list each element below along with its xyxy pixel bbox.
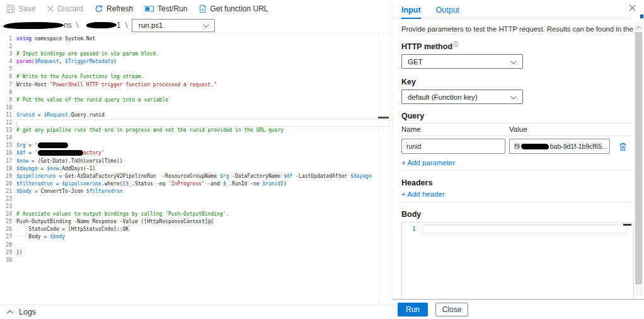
code-line: 5 [0,66,389,73]
query-name-header: Name [401,125,509,133]
tab-output[interactable]: Output [436,6,460,18]
breadcrumb-function-suffix: 1 [117,21,121,30]
code-line: 14 [0,134,389,142]
request-body-editor[interactable]: 1 [401,222,634,305]
breadcrumb: ns \ 1 \ run.ps1 [0,18,392,33]
redacted-function-name [86,22,117,28]
divider [401,136,634,136]
code-line: 21$body·=·ConvertTo-Json·$filteredrun [0,188,389,195]
test-run-panel: Input Output Provide parameters to test … [392,0,644,319]
code-line: 26····StatusCode·=·[HttpStatusCode]::OK [0,226,389,233]
panel-content: Provide parameters to test the HTTP requ… [393,19,644,305]
save-label: Save [18,4,35,13]
code-line: 24#·Associate·values·to·output·bindings·… [0,211,389,218]
code-line: 27····Body·=·$body [0,233,389,241]
code-editor[interactable]: 1using·namespace·System.Net23#·Input·bin… [0,34,389,304]
code-line: 18$dayago·=·$now.AddDays(-1) [0,165,389,173]
query-parameter-row: runid f9 bab-9d1f-1b9cf65... [401,139,634,154]
code-line: 29}) [0,249,389,257]
code-line: 15$rg·=·'aaaaaaaaaa [0,142,389,149]
discard-icon [47,5,54,13]
logs-label: Logs [19,308,36,316]
save-button[interactable]: Save [6,4,35,13]
http-method-dropdown[interactable]: GET [401,54,523,69]
get-url-icon [198,4,207,13]
editor-overview-ruler[interactable] [378,34,379,304]
breadcrumb-app-suffix: ns [64,21,72,30]
http-method-label: HTTP methodⓘ [401,40,634,51]
discard-button[interactable]: Discard [47,4,83,13]
query-table-header: Name Value [401,125,634,133]
scroll-up-icon[interactable] [635,23,643,32]
breadcrumb-separator: \ [76,21,78,30]
file-dropdown[interactable]: run.ps1 [132,19,215,32]
key-label: Key [401,78,634,86]
body-section-label: Body [401,210,634,219]
logs-expander[interactable]: Logs [0,304,392,319]
chevron-down-icon [203,21,209,29]
cursor-overview-mark [378,117,389,119]
body-cursor-overview-mark [623,224,631,226]
test-run-label: Test/Run [158,4,187,13]
code-line: 4param($Request,·$TriggerMetadata) [0,58,389,66]
refresh-button[interactable]: Refresh [95,4,133,13]
chevron-down-icon [510,93,517,101]
code-line: 3#·Input·bindings·are·passed·in·via·para… [0,50,389,58]
toolbar: Save Discard Refresh Test/Run Get functi… [0,0,392,18]
redacted-value [521,144,549,149]
scrollbar-thumb[interactable] [635,32,642,284]
divider [401,202,634,202]
delete-parameter-button[interactable] [618,142,628,151]
tab-input[interactable]: Input [401,6,421,19]
code-line: 22 [0,195,389,203]
refresh-label: Refresh [106,4,133,13]
code-line: 30 [0,257,389,264]
code-line: 20$filteredrun·=·$pipelineruns.where({$_… [0,180,389,188]
close-button[interactable]: Close [435,303,468,316]
query-value-header: Value [509,125,527,133]
page-scrollbar-mark [640,14,643,18]
panel-scrollbar[interactable] [635,23,643,296]
panel-description: Provide parameters to test the HTTP requ… [401,25,634,33]
code-line: 12 [0,119,389,127]
key-value: default (Function key) [408,93,478,101]
code-line: 16$df·=·'aaaaaaaaaaaaaaaactory' [0,149,389,157]
trash-icon [618,142,628,151]
query-name-input[interactable]: runid [401,139,505,154]
code-line: 2 [0,43,389,50]
file-dropdown-value: run.ps1 [139,21,163,29]
code-line: 10 [0,104,389,112]
code-line: 28·· [0,241,389,249]
code-line: 6#·Write·to·the·Azure·Functions·log·stre… [0,73,389,81]
divider [401,123,634,124]
code-line: 1using·namespace·System.Net [0,35,389,43]
query-value-input[interactable]: f9 bab-9d1f-1b9cf65... [509,139,610,154]
close-icon[interactable] [628,3,636,14]
code-line: 13#·get·any·pipeline·runs·that·are·in·pr… [0,127,389,134]
code-line: 19$pipelineruns·=·Get-AzDataFactoryV2Pip… [0,173,389,180]
code-line: 17$now·=·(Get-Date).ToUniversalTime() [0,158,389,165]
divider [401,170,634,171]
discard-label: Discard [57,4,83,13]
function-editor-region: Save Discard Refresh Test/Run Get functi… [0,0,392,319]
run-button[interactable]: Run [398,303,428,316]
body-line-number: 1 [412,226,415,232]
code-line: 25Push-OutputBinding·-Name·Response·-Val… [0,218,389,226]
get-function-url-button[interactable]: Get function URL [198,4,268,13]
query-section-label: Query [401,112,634,120]
code-line: 11$runid·=·$Request.Query.runid [0,112,389,119]
code-line: 8 [0,89,389,96]
chevron-down-icon [510,58,517,66]
key-dropdown[interactable]: default (Function key) [401,90,523,104]
save-icon [6,4,15,13]
code-line: 23 [0,203,389,211]
body-current-line [422,224,627,233]
add-parameter-link[interactable]: + Add parameter [401,159,455,166]
chevron-up-icon [6,308,14,316]
code-line: 9#·Put·the·value·of·the·runid·query·into… [0,96,389,104]
add-header-link[interactable]: + Add header [401,190,445,198]
test-run-icon [144,4,154,13]
code-line: 7Write-Host·"PowerShell·HTTP·trigger·fun… [0,81,389,89]
breadcrumb-separator: \ [125,21,127,30]
test-run-button[interactable]: Test/Run [144,4,187,13]
